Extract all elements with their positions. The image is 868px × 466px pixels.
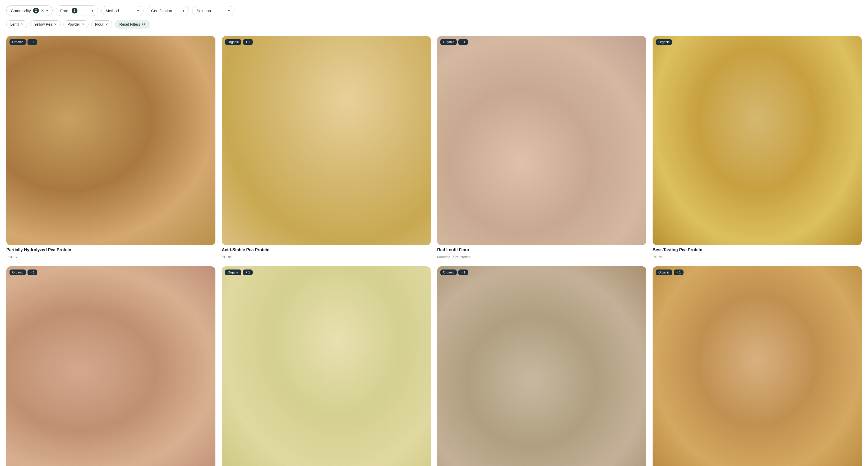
method-chevron-icon[interactable]: ▾ xyxy=(137,9,139,13)
commodity-filter-label: Commodity xyxy=(11,8,31,13)
solution-filter-dropdown[interactable]: Solution ▾ xyxy=(192,6,235,15)
product-image-1: Organic+ 1 xyxy=(6,36,215,245)
product-card-8[interactable]: Organic+ 1 Red Lentil Starch Concentrate… xyxy=(653,266,862,466)
powder-tag-label: Powder xyxy=(67,22,80,26)
product-badge-0: Organic xyxy=(9,269,26,275)
products-grid: Organic+ 1 Partially Hydrolyzed Pea Prot… xyxy=(6,36,862,466)
yellow-pea-tag-label: Yellow Pea xyxy=(34,22,52,26)
product-badges-3: Organic+ 1 xyxy=(440,39,468,45)
product-image-5: Organic+ 1 xyxy=(6,266,215,466)
solution-filter-label: Solution xyxy=(197,8,211,13)
reset-filters-button[interactable]: Reset Filters ↺ xyxy=(115,20,150,29)
product-card-2[interactable]: Organic+ 1 Acid-Stable Pea Protein PURIS xyxy=(222,36,431,259)
filter-tag-yellow-pea[interactable]: Yellow Pea ✕ xyxy=(30,20,61,28)
product-image-4: Organic xyxy=(653,36,862,245)
filter-tag-flour[interactable]: Flour ✕ xyxy=(91,20,112,28)
product-name-4: Best-Tasting Pea Protein xyxy=(653,247,862,253)
product-name-1: Partially Hydrolyzed Pea Protein xyxy=(6,247,215,253)
product-card-1[interactable]: Organic+ 1 Partially Hydrolyzed Pea Prot… xyxy=(6,36,215,259)
filter-tag-powder[interactable]: Powder ✕ xyxy=(63,20,88,28)
filter-tag-lentil[interactable]: Lentil ✕ xyxy=(6,20,28,28)
certification-filter-label: Certification xyxy=(151,8,172,13)
reset-filters-label: Reset Filters xyxy=(120,22,141,26)
commodity-badge: 2 xyxy=(33,8,39,13)
product-badges-2: Organic+ 1 xyxy=(225,39,253,45)
form-badge: 2 xyxy=(72,8,78,13)
form-filter-label: Form xyxy=(60,8,69,13)
lentil-tag-label: Lentil xyxy=(10,22,19,26)
commodity-filter-dropdown[interactable]: Commodity 2 ✕ ▾ xyxy=(6,5,53,16)
product-card-7[interactable]: Organic+ 1 Green Lentil Protein Concentr… xyxy=(437,266,646,466)
product-image-7: Organic+ 1 xyxy=(437,266,646,466)
commodity-chevron-icon[interactable]: ▾ xyxy=(46,9,48,13)
filter-bar: Commodity 2 ✕ ▾ Form 2 ▾ Method ▾ Certif… xyxy=(6,5,862,16)
certification-chevron-icon[interactable]: ▾ xyxy=(183,9,185,13)
form-filter-dropdown[interactable]: Form 2 ▾ xyxy=(56,5,98,16)
reset-icon: ↺ xyxy=(142,22,145,27)
product-badges-1: Organic+ 1 xyxy=(9,39,37,45)
product-badges-6: Organic+ 1 xyxy=(225,269,253,275)
solution-chevron-icon[interactable]: ▾ xyxy=(228,9,230,13)
yellow-pea-tag-close[interactable]: ✕ xyxy=(54,23,57,26)
product-badge-1: + 1 xyxy=(458,269,468,275)
flour-tag-label: Flour xyxy=(95,22,103,26)
product-badges-4: Organic xyxy=(656,39,672,45)
product-badge-1: + 1 xyxy=(458,39,468,45)
product-badge-1: + 1 xyxy=(243,269,253,275)
product-badges-7: Organic+ 1 xyxy=(440,269,468,275)
product-name-2: Acid-Stable Pea Protein xyxy=(222,247,431,253)
product-image-2: Organic+ 1 xyxy=(222,36,431,245)
product-card-3[interactable]: Organic+ 1 Red Lentil Flour Montana Pure… xyxy=(437,36,646,259)
product-badge-1: + 1 xyxy=(674,269,683,275)
product-badge-0: Organic xyxy=(9,39,26,45)
product-brand-2: PURIS xyxy=(222,255,431,259)
product-badge-0: Organic xyxy=(225,39,241,45)
product-badge-0: Organic xyxy=(656,269,672,275)
product-badge-0: Organic xyxy=(440,39,457,45)
product-badge-1: + 1 xyxy=(243,39,253,45)
product-badge-0: Organic xyxy=(440,269,457,275)
method-filter-label: Method xyxy=(106,8,119,13)
product-badge-0: Organic xyxy=(656,39,672,45)
lentil-tag-close[interactable]: ✕ xyxy=(21,23,24,26)
product-card-6[interactable]: Organic+ 1 Green Lentil Starch Concentra… xyxy=(222,266,431,466)
filter-tags: Lentil ✕ Yellow Pea ✕ Powder ✕ Flour ✕ R… xyxy=(6,20,862,29)
product-name-3: Red Lentil Flour xyxy=(437,247,646,253)
product-card-4[interactable]: Organic Best-Tasting Pea Protein PURIS xyxy=(653,36,862,259)
product-brand-1: PURIS xyxy=(6,255,215,259)
product-badges-5: Organic+ 1 xyxy=(9,269,37,275)
product-badge-1: + 1 xyxy=(28,39,37,45)
method-filter-dropdown[interactable]: Method ▾ xyxy=(101,6,144,15)
commodity-close-icon[interactable]: ✕ xyxy=(41,8,44,13)
product-brand-3: Montana Pure Protein xyxy=(437,255,646,259)
flour-tag-close[interactable]: ✕ xyxy=(105,23,108,26)
product-card-5[interactable]: Organic+ 1 Red Lentil Protein Concentrat… xyxy=(6,266,215,466)
product-badges-8: Organic+ 1 xyxy=(656,269,683,275)
product-brand-4: PURIS xyxy=(653,255,862,259)
form-chevron-icon[interactable]: ▾ xyxy=(92,9,94,13)
product-image-3: Organic+ 1 xyxy=(437,36,646,245)
product-badge-0: Organic xyxy=(225,269,241,275)
product-image-6: Organic+ 1 xyxy=(222,266,431,466)
powder-tag-close[interactable]: ✕ xyxy=(82,23,85,26)
product-badge-1: + 1 xyxy=(28,269,37,275)
product-image-8: Organic+ 1 xyxy=(653,266,862,466)
certification-filter-dropdown[interactable]: Certification ▾ xyxy=(147,6,189,15)
